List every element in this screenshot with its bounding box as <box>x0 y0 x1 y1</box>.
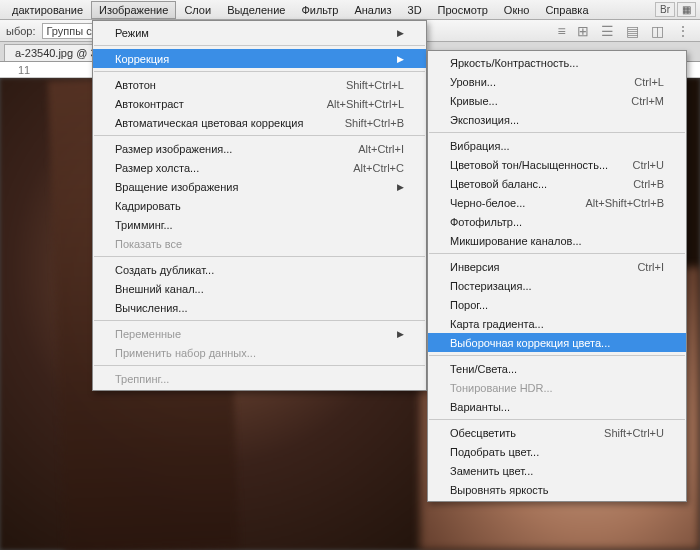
menu-item-shortcut: Shift+Ctrl+L <box>346 79 404 91</box>
menu-item-label: Инверсия <box>450 261 613 273</box>
menu-item: Треппинг... <box>93 369 426 388</box>
menu-item[interactable]: Вращение изображения▶ <box>93 177 426 196</box>
menu-item-shortcut: Ctrl+L <box>634 76 664 88</box>
menu-item-label: Автоматическая цветовая коррекция <box>115 117 321 129</box>
menu-item[interactable]: Варианты... <box>428 397 686 416</box>
menubar-item-выделение[interactable]: Выделение <box>219 1 293 19</box>
menu-item[interactable]: Подобрать цвет... <box>428 442 686 461</box>
menu-item[interactable]: Вычисления... <box>93 298 426 317</box>
submenu-arrow-icon: ▶ <box>397 28 404 38</box>
menu-item[interactable]: ИнверсияCtrl+I <box>428 257 686 276</box>
menu-item[interactable]: Фотофильтр... <box>428 212 686 231</box>
menu-item-label: Подобрать цвет... <box>450 446 664 458</box>
menu-item-label: Внешний канал... <box>115 283 404 295</box>
image-menu-dropdown: Режим▶Коррекция▶АвтотонShift+Ctrl+LАвток… <box>92 20 427 391</box>
menu-item: Показать все <box>93 234 426 253</box>
menu-item[interactable]: Карта градиента... <box>428 314 686 333</box>
menu-item-shortcut: Ctrl+I <box>637 261 664 273</box>
menu-item[interactable]: Кривые...Ctrl+M <box>428 91 686 110</box>
menu-item-label: Показать все <box>115 238 404 250</box>
menubar-item-дактирование[interactable]: дактирование <box>4 1 91 19</box>
menu-item-shortcut: Alt+Shift+Ctrl+B <box>585 197 664 209</box>
menu-item[interactable]: Уровни...Ctrl+L <box>428 72 686 91</box>
menu-item[interactable]: Заменить цвет... <box>428 461 686 480</box>
menu-item[interactable]: Порог... <box>428 295 686 314</box>
menubar-item-3d[interactable]: 3D <box>400 1 430 19</box>
menu-bar: дактированиеИзображениеСлоиВыделениеФиль… <box>0 0 700 20</box>
submenu-arrow-icon: ▶ <box>397 54 404 64</box>
menu-item[interactable]: Вибрация... <box>428 136 686 155</box>
menubar-item-справка[interactable]: Справка <box>537 1 596 19</box>
menu-item-shortcut: Ctrl+B <box>633 178 664 190</box>
menu-item-label: Вычисления... <box>115 302 404 314</box>
menu-item[interactable]: Тримминг... <box>93 215 426 234</box>
menu-item-label: Заменить цвет... <box>450 465 664 477</box>
menu-item-label: Переменные <box>115 328 385 340</box>
menu-item-shortcut: Shift+Ctrl+B <box>345 117 404 129</box>
menu-item[interactable]: Черно-белое...Alt+Shift+Ctrl+B <box>428 193 686 212</box>
menubar-item-анализ[interactable]: Анализ <box>346 1 399 19</box>
menu-item[interactable]: АвтоконтрастAlt+Shift+Ctrl+L <box>93 94 426 113</box>
menubar-item-окно[interactable]: Окно <box>496 1 538 19</box>
menu-item[interactable]: Яркость/Контрастность... <box>428 53 686 72</box>
menubar-item-слои[interactable]: Слои <box>176 1 219 19</box>
menu-item-label: Тримминг... <box>115 219 404 231</box>
toolbar-button[interactable]: Br <box>655 2 675 17</box>
menubar-item-просмотр[interactable]: Просмотр <box>430 1 496 19</box>
menu-item-label: Тонирование HDR... <box>450 382 664 394</box>
menu-item[interactable]: Режим▶ <box>93 23 426 42</box>
menu-item[interactable]: Цветовой баланс...Ctrl+B <box>428 174 686 193</box>
menu-item[interactable]: Размер холста...Alt+Ctrl+C <box>93 158 426 177</box>
menu-item-label: Цветовой тон/Насыщенность... <box>450 159 609 171</box>
menu-separator <box>429 253 685 254</box>
menu-item-shortcut: Ctrl+U <box>633 159 664 171</box>
menubar-item-изображение[interactable]: Изображение <box>91 1 176 19</box>
menu-item[interactable]: Выровнять яркость <box>428 480 686 499</box>
menu-item[interactable]: Цветовой тон/Насыщенность...Ctrl+U <box>428 155 686 174</box>
menu-item[interactable]: Размер изображения...Alt+Ctrl+I <box>93 139 426 158</box>
menu-separator <box>94 135 425 136</box>
menu-item-label: Выборочная коррекция цвета... <box>450 337 664 349</box>
menu-item-shortcut: Alt+Ctrl+I <box>358 143 404 155</box>
menu-item-label: Размер изображения... <box>115 143 334 155</box>
menu-item: Тонирование HDR... <box>428 378 686 397</box>
menu-item-shortcut: Alt+Ctrl+C <box>353 162 404 174</box>
adjustments-submenu: Яркость/Контрастность...Уровни...Ctrl+LК… <box>427 50 687 502</box>
menu-separator <box>429 355 685 356</box>
submenu-arrow-icon: ▶ <box>397 329 404 339</box>
menu-item-label: Размер холста... <box>115 162 329 174</box>
menu-item-label: Треппинг... <box>115 373 404 385</box>
menubar-item-фильтр[interactable]: Фильтр <box>293 1 346 19</box>
menu-item[interactable]: Кадрировать <box>93 196 426 215</box>
menu-item[interactable]: Выборочная коррекция цвета... <box>428 333 686 352</box>
menu-item[interactable]: Микширование каналов... <box>428 231 686 250</box>
menu-item[interactable]: Внешний канал... <box>93 279 426 298</box>
toolbar-button[interactable]: ▦ <box>677 2 696 17</box>
menu-item[interactable]: Коррекция▶ <box>93 49 426 68</box>
menu-item-label: Микширование каналов... <box>450 235 664 247</box>
menu-item-shortcut: Ctrl+M <box>631 95 664 107</box>
menu-item-label: Применить набор данных... <box>115 347 404 359</box>
menu-item-label: Карта градиента... <box>450 318 664 330</box>
menu-item-label: Автоконтраст <box>115 98 303 110</box>
menu-item-label: Автотон <box>115 79 322 91</box>
menu-item[interactable]: Тени/Света... <box>428 359 686 378</box>
menu-item-label: Вращение изображения <box>115 181 385 193</box>
menu-item-label: Черно-белое... <box>450 197 561 209</box>
align-icons: ≡ ⊞ ☰ ▤ ◫ ⋮ <box>557 23 694 39</box>
menu-item-label: Кадрировать <box>115 200 404 212</box>
menu-item[interactable]: Постеризация... <box>428 276 686 295</box>
menu-separator <box>94 256 425 257</box>
menu-item-label: Режим <box>115 27 385 39</box>
menu-item[interactable]: Экспозиция... <box>428 110 686 129</box>
menu-item[interactable]: Автоматическая цветовая коррекцияShift+C… <box>93 113 426 132</box>
menu-separator <box>94 45 425 46</box>
menu-item-label: Экспозиция... <box>450 114 664 126</box>
menu-item-shortcut: Alt+Shift+Ctrl+L <box>327 98 404 110</box>
menu-item-label: Варианты... <box>450 401 664 413</box>
ruler-mark: 11 <box>18 64 30 76</box>
menu-item[interactable]: АвтотонShift+Ctrl+L <box>93 75 426 94</box>
menu-item[interactable]: Создать дубликат... <box>93 260 426 279</box>
menu-separator <box>94 320 425 321</box>
menu-item[interactable]: ОбесцветитьShift+Ctrl+U <box>428 423 686 442</box>
